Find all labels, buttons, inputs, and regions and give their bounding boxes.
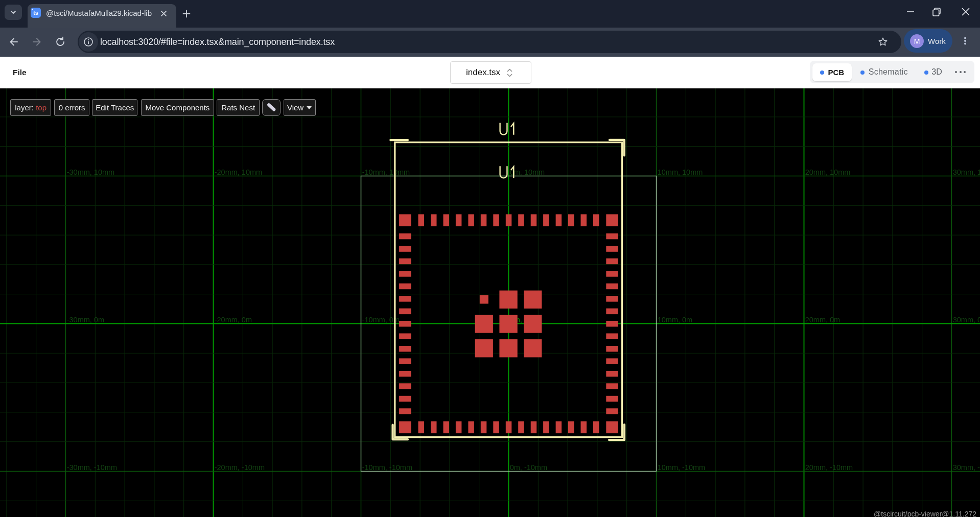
svg-text:20mm, 10mm: 20mm, 10mm <box>805 168 851 176</box>
svg-text:30mm, 0m: 30mm, 0m <box>953 316 980 324</box>
svg-text:-20mm, 10mm: -20mm, 10mm <box>215 168 262 176</box>
svg-text:-10mm, 10mm: -10mm, 10mm <box>362 168 410 176</box>
svg-text:0m, 10mm: 0m, 10mm <box>510 168 545 176</box>
svg-text:10mm, 10mm: 10mm, 10mm <box>658 168 703 176</box>
svg-text:-30mm, -10mm: -30mm, -10mm <box>67 463 117 472</box>
svg-text:20mm, 0m: 20mm, 0m <box>805 316 841 324</box>
svg-text:30mm, 10mm: 30mm, 10mm <box>953 168 980 176</box>
svg-text:-30mm, 0m: -30mm, 0m <box>67 316 104 324</box>
svg-text:-30mm, 10mm: -30mm, 10mm <box>67 168 114 176</box>
svg-text:0m, -10mm: 0m, -10mm <box>510 463 547 472</box>
svg-text:-10mm, -10mm: -10mm, -10mm <box>362 463 412 472</box>
svg-text:10mm, -10mm: 10mm, -10mm <box>658 463 705 472</box>
svg-text:-20mm, 0m: -20mm, 0m <box>215 316 252 324</box>
svg-text:20mm, -10mm: 20mm, -10mm <box>805 463 853 472</box>
svg-text:-20mm, -10mm: -20mm, -10mm <box>215 463 265 472</box>
svg-text:-10mm, 0m: -10mm, 0m <box>362 316 400 324</box>
svg-text:10mm, 0m: 10mm, 0m <box>658 316 693 324</box>
svg-text:30mm, -10mm: 30mm, -10mm <box>953 463 980 472</box>
